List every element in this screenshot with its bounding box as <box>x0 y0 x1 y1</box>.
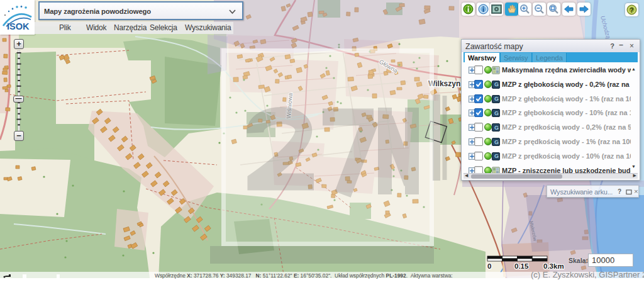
svg-text:0.3km: 0.3km <box>543 262 564 270</box>
svg-text:ISOK: ISOK <box>7 21 30 31</box>
svg-text:0: 0 <box>487 262 491 270</box>
svg-text:0.15: 0.15 <box>514 262 529 270</box>
svg-text:?: ? <box>630 6 633 14</box>
